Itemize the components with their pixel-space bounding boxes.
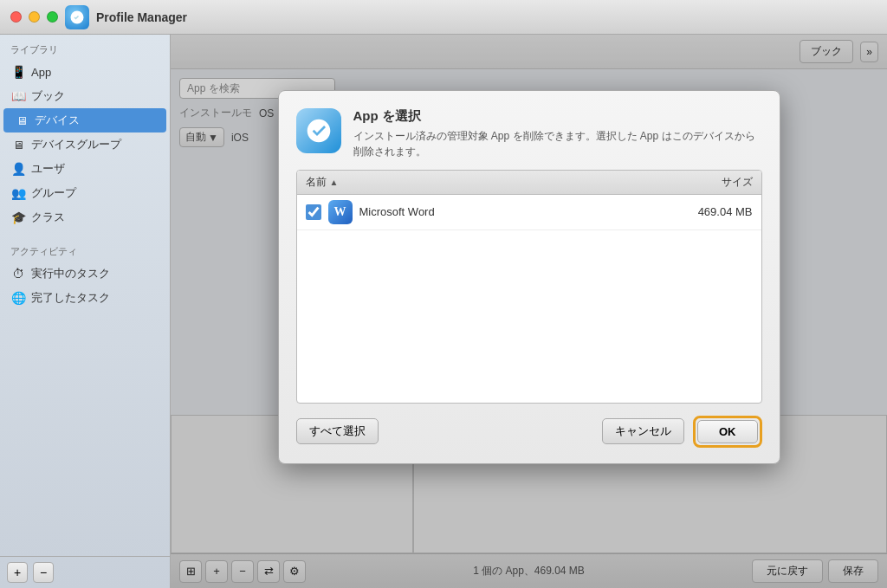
sidebar-label-completed-tasks: 完了したタスク — [31, 290, 110, 306]
sidebar-label-running-tasks: 実行中のタスク — [31, 266, 110, 281]
sidebar-label-device-group: デバイスグループ — [31, 137, 121, 152]
app-icon — [65, 5, 89, 29]
sidebar-item-group[interactable]: 👥 グループ — [0, 181, 170, 205]
sidebar-item-running-tasks[interactable]: ⏱ 実行中のタスク — [0, 262, 170, 286]
app-title: Profile Manager — [96, 10, 187, 24]
device-icon: 🖥 — [14, 113, 29, 128]
device-group-icon: 🖥 — [10, 137, 26, 152]
col-size-label: サイズ — [722, 176, 753, 188]
sidebar-footer: + − — [0, 556, 170, 588]
minimize-button[interactable] — [29, 11, 40, 23]
sidebar-item-device-group[interactable]: 🖥 デバイスグループ — [0, 132, 170, 157]
sidebar-item-user[interactable]: 👤 ユーザ — [0, 157, 170, 181]
content-area: ブック » インストールモ OS 自動 ▼ iOS — [171, 35, 887, 588]
sidebar-label-device: デバイス — [35, 113, 80, 128]
dialog-footer: すべて選択 キャンセル OK — [279, 404, 780, 463]
col-size-header: サイズ — [649, 175, 753, 190]
sidebar-item-book[interactable]: 📖 ブック — [0, 84, 170, 108]
dialog-table: 名前 ▲ サイズ W Microsoft Wo — [296, 170, 762, 404]
sidebar-label-user: ユーザ — [31, 161, 65, 177]
sidebar-label-book: ブック — [31, 88, 65, 104]
close-button[interactable] — [10, 11, 22, 23]
dialog-title: App を選択 — [353, 108, 762, 125]
sidebar-item-device[interactable]: 🖥 デバイス — [3, 108, 166, 132]
sort-arrow-icon: ▲ — [330, 178, 339, 187]
row-app-name: Microsoft Word — [359, 205, 649, 218]
col-name-label: 名前 — [306, 175, 327, 190]
table-header: 名前 ▲ サイズ — [297, 171, 761, 195]
cancel-button[interactable]: キャンセル — [602, 418, 684, 444]
dialog: App を選択 インストール済みの管理対象 App を削除できます。選択した A… — [278, 90, 780, 464]
sidebar-label-class: クラス — [31, 210, 65, 225]
class-icon: 🎓 — [10, 210, 26, 225]
app-icon-sidebar: 📱 — [10, 64, 26, 80]
sidebar: ライブラリ 📱 App 📖 ブック 🖥 デバイス 🖥 デバイスグループ 👤 ユー… — [0, 35, 171, 588]
maximize-button[interactable] — [47, 11, 58, 23]
titlebar: Profile Manager — [0, 0, 887, 35]
table-body: W Microsoft Word 469.04 MB — [297, 195, 761, 403]
user-icon: 👤 — [10, 161, 26, 177]
main-layout: ライブラリ 📱 App 📖 ブック 🖥 デバイス 🖥 デバイスグループ 👤 ユー… — [0, 35, 887, 588]
modal-overlay: App を選択 インストール済みの管理対象 App を削除できます。選択した A… — [171, 35, 887, 588]
footer-buttons: キャンセル OK — [602, 416, 762, 448]
sidebar-item-completed-tasks[interactable]: 🌐 完了したタスク — [0, 286, 170, 310]
group-icon: 👥 — [10, 185, 26, 201]
sidebar-label-app: App — [31, 66, 51, 79]
row-checkbox[interactable] — [306, 204, 321, 220]
dialog-header-text: App を選択 インストール済みの管理対象 App を削除できます。選択した A… — [353, 108, 762, 159]
activity-section-label: アクティビティ — [0, 236, 170, 262]
book-icon: 📖 — [10, 88, 26, 104]
running-tasks-icon: ⏱ — [10, 266, 26, 281]
sidebar-remove-button[interactable]: − — [33, 562, 54, 583]
sidebar-item-class[interactable]: 🎓 クラス — [0, 205, 170, 229]
sidebar-label-group: グループ — [31, 185, 76, 201]
dialog-description: インストール済みの管理対象 App を削除できます。選択した App はこのデバ… — [353, 128, 762, 159]
ok-button[interactable]: OK — [697, 420, 758, 443]
word-icon: W — [328, 200, 353, 224]
col-name-header: 名前 ▲ — [306, 175, 649, 190]
library-section-label: ライブラリ — [0, 35, 170, 60]
dialog-app-store-icon — [296, 108, 341, 153]
completed-tasks-icon: 🌐 — [10, 290, 26, 306]
dialog-header: App を選択 インストール済みの管理対象 App を削除できます。選択した A… — [279, 91, 780, 170]
sidebar-add-button[interactable]: + — [7, 562, 28, 583]
select-all-button[interactable]: すべて選択 — [296, 418, 379, 444]
table-row: W Microsoft Word 469.04 MB — [297, 195, 761, 230]
sidebar-item-app[interactable]: 📱 App — [0, 60, 170, 84]
ok-button-wrapper: OK — [693, 416, 762, 448]
row-app-size: 469.04 MB — [649, 205, 753, 218]
